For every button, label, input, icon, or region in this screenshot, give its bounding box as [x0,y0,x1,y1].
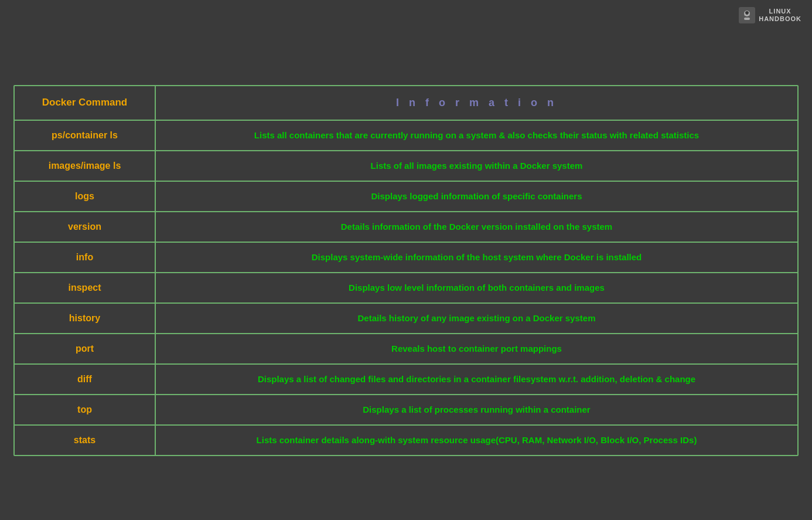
table-row: logsDisplays logged information of speci… [15,181,797,212]
table-row: infoDisplays system-wide information of … [15,242,797,273]
table-cell-info: Displays low level information of both c… [155,273,797,303]
column-header-command: Docker Command [15,86,155,120]
table-row: inspectDisplays low level information of… [15,273,797,303]
column-header-info: I n f o r m a t i o n [155,86,797,120]
table-cell-command: stats [15,425,155,455]
table-cell-info: Displays logged information of specific … [155,181,797,212]
logo-area: LINUX HANDBOOK [739,7,801,23]
table-row: images/image lsLists of all images exist… [15,151,797,181]
table-cell-info: Reveals host to container port mappings [155,334,797,364]
table-cell-info: Displays a list of changed files and dir… [155,364,797,395]
docker-commands-table: Docker Command I n f o r m a t i o n ps/… [15,86,797,455]
table-cell-command: top [15,395,155,425]
table-cell-command: inspect [15,273,155,303]
table-cell-info: Details history of any image existing on… [155,303,797,334]
table-cell-info: Lists all containers that are currently … [155,120,797,151]
table-cell-command: version [15,212,155,242]
svg-point-4 [748,13,750,16]
table-cell-info: Lists of all images existing within a Do… [155,151,797,181]
table-row: versionDetails information of the Docker… [15,212,797,242]
table-cell-command: port [15,334,155,364]
table-row: diffDisplays a list of changed files and… [15,364,797,395]
docker-commands-table-wrapper: Docker Command I n f o r m a t i o n ps/… [13,85,799,456]
table-cell-info: Displays system-wide information of the … [155,242,797,273]
table-cell-info: Displays a list of processes running wit… [155,395,797,425]
svg-point-3 [745,13,746,16]
table-row: topDisplays a list of processes running … [15,395,797,425]
table-cell-info: Lists container details along-with syste… [155,425,797,455]
table-row: statsLists container details along-with … [15,425,797,455]
linux-handbook-icon [739,7,755,23]
table-cell-command: images/image ls [15,151,155,181]
table-row: portReveals host to container port mappi… [15,334,797,364]
table-cell-command: history [15,303,155,334]
table-cell-command: ps/container ls [15,120,155,151]
table-cell-command: diff [15,364,155,395]
table-cell-command: info [15,242,155,273]
logo-text: LINUX HANDBOOK [759,8,801,23]
table-cell-info: Details information of the Docker versio… [155,212,797,242]
table-header-row: Docker Command I n f o r m a t i o n [15,86,797,120]
table-row: historyDetails history of any image exis… [15,303,797,334]
table-row: ps/container lsLists all containers that… [15,120,797,151]
table-cell-command: logs [15,181,155,212]
svg-rect-5 [744,18,750,20]
